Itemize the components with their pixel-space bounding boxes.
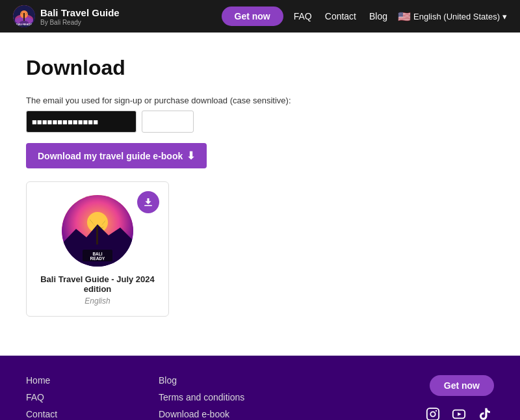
footer-col-2: Blog Terms and conditions Download e-boo… <box>159 375 291 420</box>
logo-subtitle: By Bali Ready <box>40 19 120 26</box>
site-footer: Home FAQ Contact Blog Terms and conditio… <box>0 356 520 420</box>
footer-link-home[interactable]: Home <box>26 375 159 386</box>
email-input[interactable] <box>26 111 136 133</box>
download-button[interactable]: Download my travel guide e-book ⬇ <box>26 143 207 168</box>
footer-link-faq[interactable]: FAQ <box>26 392 159 402</box>
svg-point-19 <box>436 410 437 412</box>
nav-faq[interactable]: FAQ <box>294 11 312 21</box>
footer-link-terms[interactable]: Terms and conditions <box>159 392 291 402</box>
logo[interactable]: BALI READY Bali Travel Guide By Bali Rea… <box>13 5 120 27</box>
chevron-down-icon: ▾ <box>502 12 507 21</box>
book-title: Bali Travel Guide - July 2024 edition <box>37 274 158 294</box>
header-get-now-button[interactable]: Get now <box>222 7 283 26</box>
lang-label: English (United States) <box>413 12 500 21</box>
footer-right: Get now <box>424 375 494 420</box>
logo-title: Bali Travel Guide <box>40 7 120 19</box>
main-nav: FAQ Contact Blog <box>294 11 387 21</box>
page-title: Download <box>26 56 494 80</box>
instagram-icon[interactable] <box>424 405 442 420</box>
footer-col-spacer <box>291 375 424 420</box>
tiktok-icon[interactable] <box>476 405 494 420</box>
language-selector[interactable]: 🇺🇸 English (United States) ▾ <box>398 10 507 23</box>
footer-col-1: Home FAQ Contact <box>26 375 159 420</box>
svg-rect-4 <box>23 13 25 21</box>
svg-text:READY: READY <box>90 256 105 261</box>
book-card: BALI READY Bali Travel Guide - July 2024… <box>26 181 169 317</box>
email-instruction: The email you used for sign-up or purcha… <box>26 96 494 105</box>
social-icons <box>424 405 494 420</box>
download-icon: ⬇ <box>187 150 195 162</box>
nav-contact[interactable]: Contact <box>325 11 356 21</box>
book-cover: BALI READY <box>62 195 133 267</box>
logo-text: Bali Travel Guide By Bali Ready <box>40 7 120 26</box>
email-row <box>26 111 494 133</box>
download-button-label: Download my travel guide e-book <box>38 151 183 161</box>
site-header: BALI READY Bali Travel Guide By Bali Rea… <box>0 0 520 33</box>
svg-rect-17 <box>427 408 439 420</box>
footer-top: Home FAQ Contact Blog Terms and conditio… <box>26 375 494 420</box>
main-content: Download The email you used for sign-up … <box>0 33 520 356</box>
footer-get-now-button[interactable]: Get now <box>430 375 494 396</box>
footer-link-blog[interactable]: Blog <box>159 375 291 386</box>
svg-text:BALI READY: BALI READY <box>16 23 32 26</box>
card-download-button[interactable] <box>137 191 159 213</box>
youtube-icon[interactable] <box>450 405 468 420</box>
email-input-extra[interactable] <box>142 111 194 133</box>
svg-rect-7 <box>144 205 152 207</box>
svg-point-18 <box>430 412 435 416</box>
svg-text:BALI: BALI <box>92 252 102 256</box>
logo-icon: BALI READY <box>13 5 35 27</box>
svg-rect-12 <box>96 226 98 244</box>
nav-blog[interactable]: Blog <box>369 11 387 21</box>
svg-marker-21 <box>458 412 462 416</box>
footer-link-contact[interactable]: Contact <box>26 409 159 419</box>
book-language: English <box>84 296 110 306</box>
footer-link-download[interactable]: Download e-book <box>159 409 291 419</box>
flag-icon: 🇺🇸 <box>398 10 411 23</box>
